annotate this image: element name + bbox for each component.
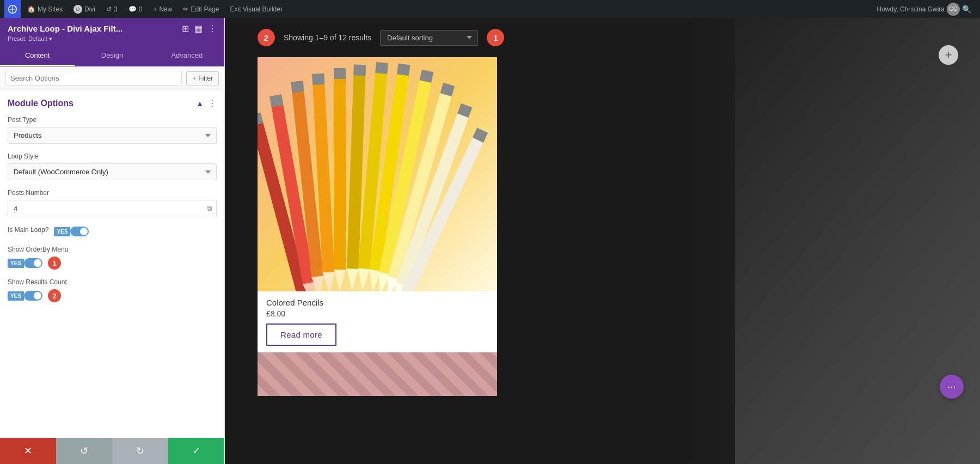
tab-advanced[interactable]: Advanced <box>150 46 224 66</box>
orderby-badge: 1 <box>48 257 61 270</box>
check-icon: ✓ <box>192 445 200 457</box>
product-card: Colored Pencils £8.00 Read more <box>258 57 497 352</box>
dark-decor <box>735 18 980 464</box>
new-menu[interactable]: + New <box>149 0 176 18</box>
howdy-user[interactable]: Howdy, Christina Gwira CG 🔍 <box>873 0 976 18</box>
search-options-input[interactable] <box>5 71 182 86</box>
bottom-bar: ✕ ↺ ↻ ✓ <box>0 438 224 464</box>
module-options-header: Module Options ▲ ⋮ <box>8 98 217 108</box>
tab-design[interactable]: Design <box>75 46 149 66</box>
edit-icon: ✏ <box>183 5 188 13</box>
divi-icon: D <box>74 5 82 14</box>
is-main-loop-toggle[interactable]: YES <box>54 227 89 236</box>
header-icons: ⊞ ▦ ⋮ <box>182 23 217 34</box>
posts-number-label: Posts Number <box>8 189 217 197</box>
more-options-icon[interactable]: ⋮ <box>208 23 217 34</box>
section-controls: ▲ ⋮ <box>196 98 217 108</box>
house-icon: 🏠 <box>27 5 35 13</box>
redo-icon: ↻ <box>136 445 144 457</box>
results-count-text: Showing 1–9 of 12 results <box>284 33 371 42</box>
post-type-label: Post Type <box>8 116 217 124</box>
comment-icon: 💬 <box>128 5 137 13</box>
product-price: £8.00 <box>266 309 488 318</box>
post-type-field: Post Type Products Posts Pages <box>8 116 217 144</box>
pencils-svg <box>258 57 497 291</box>
sidebar: Archive Loop - Divi Ajax Filt... ⊞ ▦ ⋮ P… <box>0 18 225 464</box>
updates-menu[interactable]: ↺ 3 <box>102 0 122 18</box>
redo-button[interactable]: ↻ <box>112 438 168 464</box>
toggle-knob-orderby <box>34 259 41 267</box>
main-canvas: 2 Showing 1–9 of 12 results Default sort… <box>225 18 980 464</box>
posts-number-input-row: ⧉ <box>8 200 217 217</box>
close-button[interactable]: ✕ <box>0 438 56 464</box>
posts-number-input[interactable] <box>8 201 203 217</box>
woo-header: 2 Showing 1–9 of 12 results Default sort… <box>258 29 504 46</box>
tab-bar: Content Design Advanced <box>0 46 224 66</box>
show-results-count-field: Show Results Count YES 2 <box>8 278 217 302</box>
product-name: Colored Pencils <box>266 298 488 307</box>
refresh-icon: ↺ <box>106 5 112 13</box>
exit-visual-builder-button[interactable]: Exit Visual Builder <box>225 0 287 18</box>
plus-icon: + <box>153 5 157 13</box>
sidebar-content: Module Options ▲ ⋮ Post Type Products Po… <box>0 90 224 438</box>
is-main-loop-field: Is Main Loop? YES <box>8 226 217 237</box>
toggle-knob-results <box>34 292 41 300</box>
toggle-switch-orderby[interactable] <box>24 258 42 268</box>
read-more-button[interactable]: Read more <box>266 323 336 346</box>
options-more-button[interactable]: ⋮ <box>208 98 217 108</box>
results-count-badge: 2 <box>258 29 275 46</box>
results-badge: 2 <box>48 289 61 302</box>
post-type-select[interactable]: Products Posts Pages <box>8 127 217 144</box>
tab-content[interactable]: Content <box>0 46 75 66</box>
posts-number-field: Posts Number ⧉ <box>8 189 217 217</box>
product-area: 2 Showing 1–9 of 12 results Default sort… <box>258 29 504 396</box>
loop-style-select[interactable]: Default (WooCommerce Only) Custom <box>8 163 217 180</box>
mysites-menu[interactable]: 🏠 My Sites <box>23 0 67 18</box>
product-image <box>258 57 497 291</box>
sort-badge: 1 <box>487 29 504 46</box>
edit-page-button[interactable]: ✏ Edit Page <box>179 0 223 18</box>
close-icon: ✕ <box>24 445 32 457</box>
show-orderby-field: Show OrderBy Menu YES 1 <box>8 246 217 270</box>
product-info: Colored Pencils £8.00 Read more <box>258 291 497 352</box>
toggle-switch[interactable] <box>70 227 89 236</box>
dots-icon: ··· <box>947 381 955 393</box>
sort-dropdown[interactable]: Default sorting Sort by popularity Sort … <box>380 30 478 46</box>
divi-menu[interactable]: D Divi <box>69 0 100 18</box>
undo-button[interactable]: ↺ <box>56 438 112 464</box>
svg-rect-25 <box>397 63 411 76</box>
sidebar-header: Archive Loop - Divi Ajax Filt... ⊞ ▦ ⋮ P… <box>0 18 224 46</box>
loop-style-label: Loop Style <box>8 152 217 160</box>
admin-bar: 🏠 My Sites D Divi ↺ 3 💬 0 + New ✏ Edit P… <box>0 0 980 18</box>
show-results-toggle[interactable]: YES <box>8 291 42 301</box>
add-section-button[interactable]: + <box>939 45 958 65</box>
show-orderby-toggle[interactable]: YES <box>8 258 42 268</box>
toggle-knob <box>80 228 88 235</box>
toggle-switch-results[interactable] <box>24 291 42 301</box>
svg-rect-19 <box>353 64 366 76</box>
collapse-button[interactable]: ▲ <box>196 99 204 108</box>
expand-icon[interactable]: ⊞ <box>182 23 189 34</box>
preset-selector[interactable]: Preset: Default ▾ <box>8 35 217 42</box>
save-button[interactable]: ✓ <box>168 438 224 464</box>
layout-icon[interactable]: ▦ <box>194 23 203 34</box>
floating-action-button[interactable]: ··· <box>940 375 964 399</box>
svg-rect-22 <box>375 62 388 74</box>
search-options-bar: + Filter <box>0 66 224 90</box>
chevron-down-icon: ▾ <box>49 35 52 42</box>
filter-button[interactable]: + Filter <box>186 71 219 86</box>
show-orderby-label: Show OrderBy Menu <box>8 246 217 253</box>
svg-rect-16 <box>334 68 346 79</box>
show-results-label: Show Results Count <box>8 278 217 286</box>
svg-rect-7 <box>270 94 283 107</box>
wp-icon[interactable] <box>4 0 21 18</box>
undo-icon: ↺ <box>80 445 88 457</box>
is-main-loop-label: Is Main Loop? <box>8 226 48 234</box>
svg-rect-13 <box>312 74 324 85</box>
copy-icon[interactable]: ⧉ <box>203 200 216 217</box>
second-product-preview <box>258 352 497 396</box>
search-user-icon[interactable]: 🔍 <box>962 5 971 14</box>
loop-style-field: Loop Style Default (WooCommerce Only) Cu… <box>8 152 217 180</box>
comments-menu[interactable]: 💬 0 <box>124 0 147 18</box>
svg-rect-14 <box>334 68 346 270</box>
